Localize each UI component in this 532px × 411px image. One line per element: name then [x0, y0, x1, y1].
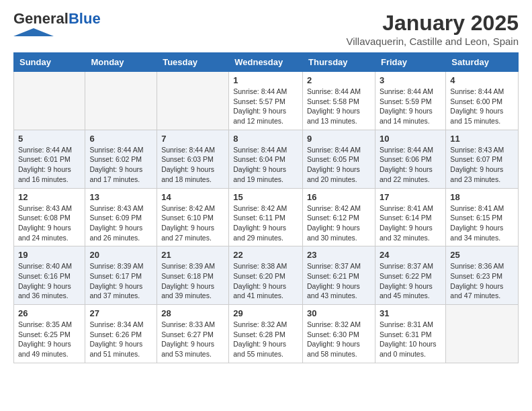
- day-number: 12: [18, 192, 81, 202]
- calendar-table: SundayMondayTuesdayWednesdayThursdayFrid…: [13, 52, 519, 363]
- calendar-cell: [446, 305, 519, 363]
- day-number: 14: [161, 192, 224, 202]
- calendar-cell: 18Sunrise: 8:41 AM Sunset: 6:15 PM Dayli…: [446, 188, 519, 246]
- day-number: 16: [307, 192, 371, 202]
- calendar-cell: [85, 72, 157, 130]
- calendar-cell: 20Sunrise: 8:39 AM Sunset: 6:17 PM Dayli…: [85, 246, 157, 305]
- day-number: 19: [18, 250, 81, 260]
- day-info: Sunrise: 8:32 AM Sunset: 6:30 PM Dayligh…: [307, 320, 371, 359]
- logo-blue: Blue: [69, 10, 101, 27]
- calendar-cell: 8Sunrise: 8:44 AM Sunset: 6:04 PM Daylig…: [229, 130, 303, 188]
- day-info: Sunrise: 8:44 AM Sunset: 6:05 PM Dayligh…: [307, 145, 371, 185]
- day-number: 25: [450, 250, 514, 260]
- weekday-friday: Friday: [375, 53, 445, 72]
- calendar-cell: 14Sunrise: 8:42 AM Sunset: 6:10 PM Dayli…: [157, 188, 229, 246]
- day-info: Sunrise: 8:44 AM Sunset: 5:58 PM Dayligh…: [307, 87, 371, 126]
- day-number: 17: [380, 192, 441, 202]
- calendar-cell: 22Sunrise: 8:38 AM Sunset: 6:20 PM Dayli…: [229, 246, 303, 305]
- day-info: Sunrise: 8:37 AM Sunset: 6:21 PM Dayligh…: [307, 261, 371, 301]
- day-info: Sunrise: 8:44 AM Sunset: 5:59 PM Dayligh…: [380, 87, 441, 126]
- day-number: 30: [307, 308, 371, 318]
- day-number: 20: [89, 250, 152, 260]
- day-info: Sunrise: 8:44 AM Sunset: 6:04 PM Dayligh…: [233, 145, 298, 185]
- day-number: 7: [161, 134, 224, 144]
- calendar-cell: 31Sunrise: 8:31 AM Sunset: 6:31 PM Dayli…: [375, 305, 445, 363]
- day-number: 1: [233, 75, 298, 85]
- day-number: 4: [450, 75, 514, 85]
- calendar-cell: 3Sunrise: 8:44 AM Sunset: 5:59 PM Daylig…: [375, 72, 445, 130]
- day-number: 23: [307, 250, 371, 260]
- logo-icon: [13, 28, 54, 36]
- weekday-wednesday: Wednesday: [229, 53, 303, 72]
- month-title: January 2025: [346, 11, 519, 36]
- day-number: 3: [380, 75, 441, 85]
- calendar-cell: [157, 72, 229, 130]
- calendar-cell: 15Sunrise: 8:42 AM Sunset: 6:11 PM Dayli…: [229, 188, 303, 246]
- calendar-week-1: 1Sunrise: 8:44 AM Sunset: 5:57 PM Daylig…: [14, 72, 519, 130]
- calendar-week-4: 19Sunrise: 8:40 AM Sunset: 6:16 PM Dayli…: [14, 246, 519, 305]
- calendar-week-3: 12Sunrise: 8:43 AM Sunset: 6:08 PM Dayli…: [14, 188, 519, 246]
- page-header: GeneralBlue January 2025 Villavaquerin, …: [0, 0, 532, 52]
- day-info: Sunrise: 8:44 AM Sunset: 6:06 PM Dayligh…: [380, 145, 441, 185]
- day-info: Sunrise: 8:36 AM Sunset: 6:23 PM Dayligh…: [450, 261, 514, 301]
- calendar-week-5: 26Sunrise: 8:35 AM Sunset: 6:25 PM Dayli…: [14, 305, 519, 363]
- day-info: Sunrise: 8:42 AM Sunset: 6:10 PM Dayligh…: [161, 203, 224, 243]
- calendar-cell: [14, 72, 85, 130]
- day-number: 8: [233, 134, 298, 144]
- calendar-cell: 2Sunrise: 8:44 AM Sunset: 5:58 PM Daylig…: [303, 72, 375, 130]
- day-number: 15: [233, 192, 298, 202]
- calendar-cell: 11Sunrise: 8:43 AM Sunset: 6:07 PM Dayli…: [446, 130, 519, 188]
- calendar-cell: 25Sunrise: 8:36 AM Sunset: 6:23 PM Dayli…: [446, 246, 519, 305]
- day-info: Sunrise: 8:44 AM Sunset: 5:57 PM Dayligh…: [233, 87, 298, 126]
- weekday-saturday: Saturday: [446, 53, 519, 72]
- title-block: January 2025 Villavaquerin, Castille and…: [346, 11, 519, 47]
- day-info: Sunrise: 8:44 AM Sunset: 6:00 PM Dayligh…: [450, 87, 514, 126]
- day-number: 6: [89, 134, 152, 144]
- calendar-cell: 17Sunrise: 8:41 AM Sunset: 6:14 PM Dayli…: [375, 188, 445, 246]
- calendar-cell: 26Sunrise: 8:35 AM Sunset: 6:25 PM Dayli…: [14, 305, 85, 363]
- weekday-thursday: Thursday: [303, 53, 375, 72]
- day-number: 9: [307, 134, 371, 144]
- day-number: 21: [161, 250, 224, 260]
- day-info: Sunrise: 8:38 AM Sunset: 6:20 PM Dayligh…: [233, 261, 298, 301]
- day-number: 29: [233, 308, 298, 318]
- day-info: Sunrise: 8:31 AM Sunset: 6:31 PM Dayligh…: [380, 320, 441, 359]
- day-number: 24: [380, 250, 441, 260]
- day-number: 11: [450, 134, 514, 144]
- day-info: Sunrise: 8:33 AM Sunset: 6:27 PM Dayligh…: [161, 320, 224, 359]
- day-info: Sunrise: 8:43 AM Sunset: 6:08 PM Dayligh…: [18, 203, 81, 243]
- weekday-monday: Monday: [85, 53, 157, 72]
- calendar-cell: 5Sunrise: 8:44 AM Sunset: 6:01 PM Daylig…: [14, 130, 85, 188]
- calendar-cell: 30Sunrise: 8:32 AM Sunset: 6:30 PM Dayli…: [303, 305, 375, 363]
- svg-marker-0: [13, 28, 54, 36]
- calendar-cell: 29Sunrise: 8:32 AM Sunset: 6:28 PM Dayli…: [229, 305, 303, 363]
- day-number: 26: [18, 308, 81, 318]
- location-title: Villavaquerin, Castille and Leon, Spain: [346, 36, 519, 47]
- day-info: Sunrise: 8:41 AM Sunset: 6:15 PM Dayligh…: [450, 203, 514, 243]
- calendar-cell: 23Sunrise: 8:37 AM Sunset: 6:21 PM Dayli…: [303, 246, 375, 305]
- day-info: Sunrise: 8:44 AM Sunset: 6:03 PM Dayligh…: [161, 145, 224, 185]
- day-number: 10: [380, 134, 441, 144]
- day-info: Sunrise: 8:39 AM Sunset: 6:18 PM Dayligh…: [161, 261, 224, 301]
- day-number: 27: [89, 308, 152, 318]
- day-number: 2: [307, 75, 371, 85]
- weekday-tuesday: Tuesday: [157, 53, 229, 72]
- calendar-cell: 28Sunrise: 8:33 AM Sunset: 6:27 PM Dayli…: [157, 305, 229, 363]
- day-info: Sunrise: 8:37 AM Sunset: 6:22 PM Dayligh…: [380, 261, 441, 301]
- calendar-cell: 1Sunrise: 8:44 AM Sunset: 5:57 PM Daylig…: [229, 72, 303, 130]
- day-number: 5: [18, 134, 81, 144]
- day-info: Sunrise: 8:44 AM Sunset: 6:02 PM Dayligh…: [89, 145, 152, 185]
- calendar-cell: 4Sunrise: 8:44 AM Sunset: 6:00 PM Daylig…: [446, 72, 519, 130]
- day-info: Sunrise: 8:34 AM Sunset: 6:26 PM Dayligh…: [89, 320, 152, 359]
- calendar-body: 1Sunrise: 8:44 AM Sunset: 5:57 PM Daylig…: [14, 72, 519, 363]
- day-info: Sunrise: 8:43 AM Sunset: 6:09 PM Dayligh…: [89, 203, 152, 243]
- calendar-cell: 21Sunrise: 8:39 AM Sunset: 6:18 PM Dayli…: [157, 246, 229, 305]
- calendar-cell: 9Sunrise: 8:44 AM Sunset: 6:05 PM Daylig…: [303, 130, 375, 188]
- day-info: Sunrise: 8:44 AM Sunset: 6:01 PM Dayligh…: [18, 145, 81, 185]
- calendar-cell: 16Sunrise: 8:42 AM Sunset: 6:12 PM Dayli…: [303, 188, 375, 246]
- day-info: Sunrise: 8:43 AM Sunset: 6:07 PM Dayligh…: [450, 145, 514, 185]
- day-number: 31: [380, 308, 441, 318]
- day-info: Sunrise: 8:39 AM Sunset: 6:17 PM Dayligh…: [89, 261, 152, 301]
- weekday-sunday: Sunday: [14, 53, 85, 72]
- day-number: 18: [450, 192, 514, 202]
